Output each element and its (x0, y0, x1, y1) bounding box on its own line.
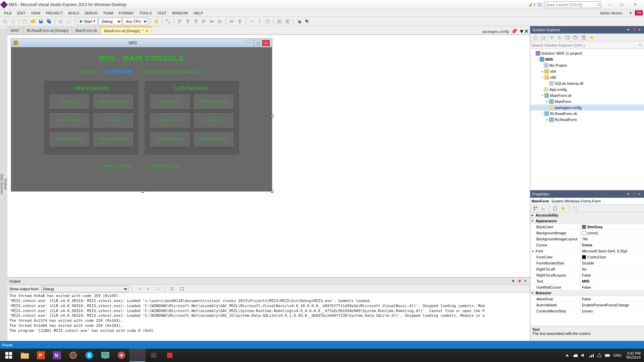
props-alpha-icon[interactable]: A↓ (540, 205, 547, 212)
undo-button[interactable] (57, 18, 64, 25)
menu-file[interactable]: FILE (1, 10, 14, 16)
props-events-icon[interactable] (559, 205, 567, 212)
view-functions-panel[interactable]: VIEW Functions Radio Log <Observation Lo… (44, 81, 138, 154)
designed-form[interactable]: MIIS ─ ▢ ✕ MIIS - MAIN CONSOLE Logged as… (11, 38, 272, 192)
solexp-close-icon[interactable]: ✕ (637, 27, 642, 32)
output-pin-icon[interactable]: 📌 (517, 279, 522, 284)
log-radio-log-button[interactable]: Radio Log (149, 94, 191, 110)
center-v-icon[interactable] (284, 18, 291, 25)
hspace-equal-icon[interactable] (228, 18, 235, 25)
tree-rlreadform[interactable]: ▸RLReadForm (530, 117, 644, 123)
notifications-indicator[interactable]: 3 (528, 2, 535, 7)
output-text[interactable]: The thread 0x6a8 has exited with code 25… (7, 293, 530, 341)
view-intel-log-button[interactable]: Intel Log (93, 112, 134, 128)
skype-taskbar-icon[interactable]: S (81, 349, 97, 362)
align-right-icon[interactable] (192, 18, 200, 25)
pinned-tab[interactable]: packages.config (480, 29, 511, 34)
output-dropdown-icon[interactable]: ▼ (511, 279, 516, 284)
size-width-icon[interactable] (248, 18, 255, 25)
props-props-icon[interactable] (551, 205, 559, 212)
resize-grip-se[interactable] (271, 190, 273, 193)
logged-as-label[interactable]: Logged as (80, 69, 99, 74)
toolbox-tab[interactable]: Toolbox (4, 28, 7, 340)
tree-rlreadformvb[interactable]: ▿RLReadForm.vb (530, 111, 644, 117)
solexp-pin-icon[interactable]: 📌 (632, 27, 636, 32)
tray-onedrive-icon[interactable] (572, 352, 578, 358)
align-top-icon[interactable] (200, 18, 208, 25)
version-label[interactable]: Version 1.0.0 Alpha (103, 164, 131, 168)
app-taskbar-icon[interactable] (146, 349, 162, 362)
close-all-icon[interactable]: ✕ (524, 28, 529, 35)
tree-x64[interactable]: ▸x64 (530, 68, 644, 74)
tray-lang[interactable]: ENG (613, 353, 622, 357)
prop-row[interactable]: AllowDropFalse (530, 296, 644, 302)
maximize-button[interactable]: ▢ (616, 1, 627, 8)
menu-debug[interactable]: DEBUG (82, 10, 100, 16)
prop-row[interactable]: BackgroundImage(none) (530, 230, 644, 236)
nav-fwd-button[interactable] (9, 18, 17, 25)
start-button[interactable] (1, 349, 17, 362)
tab-mainform-design[interactable]: MainForm.vb [Design]*✕ (101, 26, 152, 35)
tree-mainform[interactable]: ▸MainForm (530, 99, 644, 105)
system-tray[interactable]: ENG 3:42 PM 9/5/2014 (563, 351, 643, 359)
output-prev-icon[interactable] (136, 285, 143, 293)
solexp-showall-icon[interactable] (572, 34, 579, 41)
align-bottom-icon[interactable] (216, 18, 224, 25)
solexp-search-input[interactable] (532, 43, 639, 47)
log-observation-log-button[interactable]: <Observation Log> (193, 94, 234, 110)
copyright-label[interactable]: © 2014 MIIS - Skyreo (148, 164, 180, 168)
menu-format[interactable]: FORMAT (116, 10, 137, 16)
tree-appconfig[interactable]: App.config (530, 86, 644, 93)
menu-view[interactable]: VIEW (28, 10, 43, 16)
props-categorized-icon[interactable] (532, 205, 539, 212)
powerpoint-taskbar-icon[interactable]: P (33, 349, 49, 362)
cat-appearance[interactable]: ▿Appearance (530, 218, 644, 224)
output-close-icon[interactable]: ✕ (523, 279, 528, 284)
prop-row[interactable]: AutoValidateEnablePreventFocusChange (530, 302, 644, 308)
tray-network-icon[interactable] (588, 352, 594, 358)
send-back-icon[interactable] (304, 18, 311, 25)
solexp-home-icon[interactable] (540, 34, 547, 41)
prop-row[interactable]: FormBorderStyleSizable (530, 260, 644, 266)
explorer-taskbar-icon[interactable] (17, 349, 33, 362)
datasources-tab[interactable]: Data Sources (0, 28, 4, 340)
view-asset-database-button[interactable]: Asset Database (49, 131, 90, 147)
tray-volume-icon[interactable] (580, 352, 586, 358)
props-close-icon[interactable]: ✕ (637, 192, 642, 196)
pin-icon[interactable]: 📌 (511, 28, 518, 35)
new-project-button[interactable] (21, 18, 29, 25)
solexp-collapse-icon[interactable] (564, 34, 571, 41)
tray-actioncenter-icon[interactable] (596, 352, 602, 358)
prop-row[interactable]: CursorCross (530, 242, 644, 248)
chrome-taskbar-icon[interactable] (113, 349, 129, 362)
menu-tools[interactable]: TOOLS (137, 10, 154, 16)
tab-miis[interactable]: MIIS* (7, 26, 23, 35)
view-mission-report-button[interactable]: Mission Report (49, 112, 90, 128)
minimize-button[interactable]: ─ (604, 1, 616, 8)
output-toggle-icon[interactable] (178, 285, 185, 293)
tree-x86[interactable]: ▿x86 (530, 74, 644, 80)
tree-mainformvb[interactable]: ▿MainForm.vb (530, 93, 644, 99)
platform-dropdown[interactable]: Any CPU (123, 18, 148, 25)
prop-row[interactable]: BackColorDimGray (530, 224, 644, 230)
view-radio-log-button[interactable]: Radio Log (49, 94, 90, 110)
tree-packagesconfig[interactable]: packages.config (530, 105, 644, 111)
connection-status[interactable]: ~ Connected to local MIIS datasource ~ (138, 70, 202, 74)
tab-rlreadform-design[interactable]: RLReadForm.vb [Design] (23, 26, 72, 35)
tray-battery-icon[interactable] (604, 352, 610, 358)
firefox-taskbar-icon[interactable] (65, 349, 81, 362)
redo-button[interactable] (65, 18, 72, 25)
output-clear-icon[interactable] (154, 285, 162, 293)
app2-taskbar-icon[interactable] (162, 349, 178, 362)
prop-row[interactable]: UseWaitCursorFalse (530, 284, 644, 290)
align-left-icon[interactable] (176, 18, 183, 25)
start-debug-button[interactable]: Start▼ (77, 18, 98, 25)
solexp-sync-icon[interactable] (548, 34, 555, 41)
close-button[interactable]: ✕ (627, 1, 643, 8)
save-button[interactable] (37, 18, 45, 25)
vspace-equal-icon[interactable] (236, 18, 244, 25)
log-mission-report-button[interactable]: Mission Report (149, 112, 191, 128)
prop-row[interactable]: ForeColorControlText (530, 254, 644, 260)
props-dropdown-icon[interactable]: ▼ (626, 192, 631, 196)
close-icon[interactable]: ✕ (146, 29, 148, 33)
